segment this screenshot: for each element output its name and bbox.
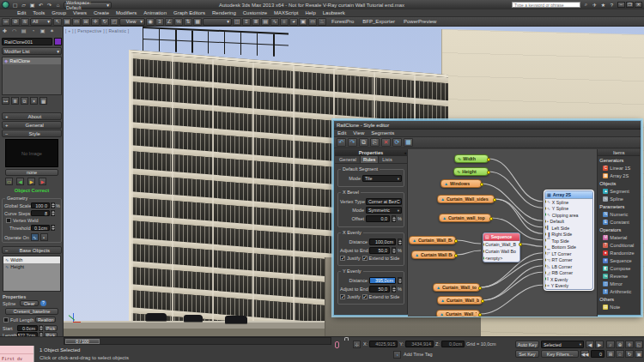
y-justify-checkbox[interactable]: ✓ bbox=[340, 294, 345, 299]
menu-item[interactable]: MAXScript bbox=[270, 10, 301, 15]
tab-lists[interactable]: Lists bbox=[380, 156, 395, 163]
search-icon[interactable]: ⌕ bbox=[582, 1, 590, 9]
add-time-tag[interactable]: Add Time Tag bbox=[404, 352, 433, 357]
connection-port[interactable] bbox=[481, 299, 484, 303]
project-folder-icon[interactable]: ⌂ bbox=[54, 1, 62, 9]
curve-steps-spinner[interactable] bbox=[51, 210, 55, 216]
node-slot[interactable]: ◸LT Corner bbox=[545, 250, 592, 257]
pin-stack-icon[interactable]: ⊶ bbox=[2, 97, 9, 105]
select-by-name-icon[interactable]: ▤ bbox=[63, 18, 71, 26]
select-and-scale-icon[interactable]: ◰ bbox=[110, 18, 118, 26]
connection-port[interactable] bbox=[454, 239, 458, 243]
plugin-menu-item[interactable]: PowerPreview bbox=[399, 19, 440, 24]
delete-icon[interactable]: ✕ bbox=[381, 138, 391, 147]
minimize-button[interactable]: – bbox=[617, 2, 625, 8]
stack-item-railclone[interactable]: RailClone bbox=[9, 58, 30, 63]
menu-item[interactable]: Laubwerk bbox=[319, 10, 349, 15]
connection-port[interactable] bbox=[545, 238, 546, 242]
tab-rules[interactable]: Rules bbox=[360, 155, 379, 163]
named-selection-set-dropdown[interactable]: ▾ bbox=[203, 18, 232, 26]
isolate-toggle-icon[interactable] bbox=[335, 341, 339, 348]
help-icon[interactable]: ? bbox=[40, 300, 46, 306]
global-scale-spinner[interactable] bbox=[51, 202, 55, 208]
menu-item[interactable]: Views bbox=[70, 10, 90, 15]
node-slot[interactable]: •Default bbox=[545, 219, 592, 226]
default-mode-dropdown[interactable]: Tile▾ bbox=[362, 175, 402, 182]
connection-port[interactable] bbox=[545, 200, 546, 203]
node-slot[interactable]: ▐Right Side bbox=[545, 232, 592, 238]
connection-port[interactable] bbox=[480, 183, 483, 186]
y-distance-spinner[interactable] bbox=[398, 277, 402, 284]
node-slot[interactable]: ∿Y Spline bbox=[545, 206, 592, 213]
connection-port[interactable] bbox=[545, 284, 546, 287]
select-region-icon[interactable]: ▭ bbox=[72, 18, 81, 26]
connection-port[interactable] bbox=[487, 158, 490, 161]
connection-port[interactable] bbox=[493, 198, 496, 202]
save-file-icon[interactable]: ▣ bbox=[28, 1, 36, 9]
connection-port[interactable] bbox=[454, 254, 458, 257]
object-name-field[interactable]: RailClone001 bbox=[2, 38, 52, 45]
render-production-icon[interactable]: ♨ bbox=[318, 18, 326, 26]
bevel-mode-dropdown[interactable]: Symmetric▾ bbox=[366, 207, 402, 214]
connection-port[interactable] bbox=[545, 258, 546, 262]
use-pivot-center-icon[interactable]: ◉ bbox=[146, 18, 155, 26]
windows-node[interactable]: ▲Windows bbox=[440, 179, 482, 188]
y-adjust-field[interactable]: 50,0 bbox=[369, 286, 390, 293]
current-frame-field[interactable]: 0 bbox=[591, 350, 605, 358]
node-slot[interactable]: Curtain Wall Bo bbox=[483, 248, 519, 255]
maximize-viewport-icon[interactable]: ▣ bbox=[635, 350, 643, 358]
select-and-move-icon[interactable]: ✛ bbox=[91, 18, 100, 26]
connection-port[interactable] bbox=[483, 243, 484, 246]
update-icon[interactable]: ⟳ bbox=[392, 138, 402, 147]
restore-button[interactable]: ❐ bbox=[626, 2, 634, 8]
node-slot[interactable]: ∿X Spline bbox=[545, 199, 592, 206]
connection-port[interactable] bbox=[478, 313, 482, 317]
unlink-selection-icon[interactable]: ⊘ bbox=[11, 18, 20, 26]
items-entry[interactable]: NNumeric bbox=[598, 210, 640, 218]
menu-item[interactable]: Tools bbox=[29, 10, 48, 15]
remove-modifier-icon[interactable]: ✕ bbox=[30, 97, 38, 105]
list-item[interactable]: ∿Height bbox=[3, 263, 60, 270]
object-color-swatch[interactable] bbox=[54, 38, 62, 45]
rollout-style[interactable]: −Style bbox=[2, 130, 62, 137]
threshold-field[interactable]: 0,1cm bbox=[31, 225, 50, 231]
x-adjust-spinner[interactable] bbox=[392, 247, 396, 254]
connection-port[interactable] bbox=[487, 171, 490, 174]
bind-to-spacewarp-icon[interactable]: ≋ bbox=[21, 18, 29, 26]
items-entry[interactable]: ▲Segment bbox=[598, 187, 640, 195]
graphite-ribbon-icon[interactable]: ▤ bbox=[261, 18, 270, 26]
spinner-snap-icon[interactable]: ⇅ bbox=[184, 18, 192, 26]
mirror-icon[interactable]: ◫ bbox=[233, 18, 241, 26]
x-distance-field[interactable]: 100,0cm bbox=[369, 238, 396, 245]
tab-create[interactable]: ✚ bbox=[1, 27, 9, 35]
tab-motion[interactable]: ◔ bbox=[29, 27, 37, 35]
operate-on-surface-button[interactable]: ▪ bbox=[40, 233, 48, 241]
absolute-mode-icon[interactable]: ⊹ bbox=[353, 341, 361, 348]
tab-modify[interactable]: ◠ bbox=[10, 27, 18, 35]
modifier-stack[interactable]: ◈ RailClone bbox=[2, 57, 62, 95]
x-justify-checkbox[interactable]: ✓ bbox=[340, 256, 345, 261]
items-entry[interactable]: ∿Spline bbox=[598, 195, 640, 202]
clear-spline-button[interactable]: Clear bbox=[20, 300, 39, 306]
select-and-rotate-icon[interactable]: ↻ bbox=[100, 18, 109, 26]
new-scene-icon[interactable]: ▢ bbox=[11, 1, 19, 9]
curtain-wall-top-node[interactable]: ▲Curtain_wall_top bbox=[439, 214, 491, 222]
x-coordinate-field[interactable]: 4025,915 bbox=[369, 341, 398, 347]
connection-port[interactable] bbox=[545, 264, 546, 268]
redo-icon[interactable]: ↷ bbox=[348, 138, 357, 147]
connection-port[interactable] bbox=[545, 207, 546, 210]
auto-key-button[interactable]: Auto Key bbox=[515, 341, 539, 348]
items-entry[interactable]: ⇋Reverse bbox=[598, 272, 640, 280]
z-coordinate-field[interactable]: 0,0cm bbox=[441, 341, 465, 347]
connection-port[interactable] bbox=[545, 226, 546, 229]
items-entry[interactable]: ?Conditional bbox=[598, 241, 640, 249]
menu-item[interactable]: Customize bbox=[240, 10, 270, 15]
items-entry[interactable]: ±Arithmetic bbox=[598, 287, 640, 295]
percent-snap-icon[interactable]: % bbox=[174, 18, 183, 26]
connection-port[interactable] bbox=[545, 220, 546, 223]
pan-icon[interactable]: ⊞ bbox=[606, 350, 615, 358]
select-object-icon[interactable]: ↖ bbox=[53, 18, 62, 26]
configure-modifier-sets-icon[interactable]: ▦ bbox=[39, 97, 47, 105]
maxscript-mini-listener[interactable]: First dv bbox=[0, 346, 34, 362]
menu-item[interactable]: Animation bbox=[140, 10, 170, 15]
